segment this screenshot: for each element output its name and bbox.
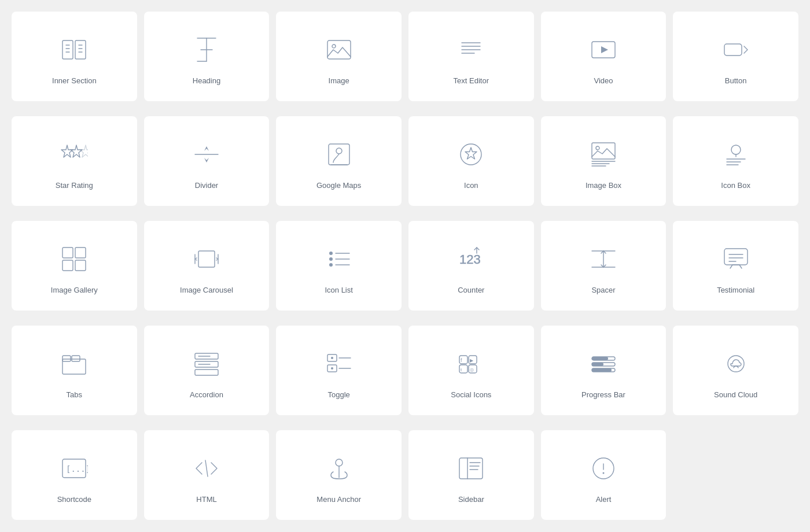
row-divider: [12, 213, 798, 214]
widget-card-icon-box[interactable]: Icon Box: [673, 116, 798, 206]
svg-marker-24: [80, 145, 88, 157]
widget-card-inner-section[interactable]: Inner Section: [12, 12, 137, 101]
svg-text:123: 123: [459, 252, 481, 267]
svg-line-96: [205, 460, 208, 476]
widget-label-star-rating: Star Rating: [56, 181, 93, 190]
widget-card-progress-bar[interactable]: Progress Bar: [541, 326, 667, 415]
testimonial-icon: [719, 242, 753, 276]
widget-card-star-rating[interactable]: Star Rating: [12, 116, 137, 206]
widget-card-alert[interactable]: Alert: [541, 430, 667, 520]
widget-card-heading[interactable]: Heading: [144, 12, 270, 101]
widget-label-icon: Icon: [464, 181, 478, 190]
svg-point-77: [331, 357, 333, 359]
icon-box-icon: [719, 137, 753, 172]
svg-text:◎: ◎: [470, 367, 474, 372]
menu-anchor-icon: [322, 451, 356, 486]
image-gallery-icon: [57, 242, 91, 276]
widget-label-image-box: Image Box: [586, 181, 621, 190]
widget-card-tabs[interactable]: Tabs: [12, 326, 137, 415]
counter-icon: 123: [454, 242, 488, 276]
svg-text:▶: ▶: [470, 358, 474, 363]
widget-label-social-icons: Social Icons: [451, 390, 491, 399]
widget-label-spacer: Spacer: [591, 286, 615, 294]
widget-label-image-gallery: Image Gallery: [51, 286, 98, 294]
svg-point-93: [728, 356, 744, 372]
sidebar-icon: [454, 451, 488, 486]
svg-text:[...]: [...]: [66, 464, 88, 474]
widget-grid: Inner SectionHeadingImageText EditorVide…: [12, 12, 798, 520]
widget-label-text-editor: Text Editor: [454, 76, 489, 85]
svg-point-78: [331, 367, 333, 370]
tabs-icon: [57, 346, 91, 381]
image-icon: [322, 32, 356, 67]
svg-point-50: [329, 252, 333, 255]
widget-card-shortcode[interactable]: [...]Shortcode: [12, 430, 137, 520]
widget-label-google-maps: Google Maps: [316, 181, 361, 190]
widget-card-sound-cloud[interactable]: Sound Cloud: [673, 326, 798, 415]
widget-card-spacer[interactable]: Spacer: [541, 221, 667, 311]
icon-icon: [454, 137, 488, 172]
widget-label-divider: Divider: [195, 181, 218, 190]
widget-card-sidebar[interactable]: Sidebar: [408, 430, 534, 520]
widget-card-button[interactable]: Button: [673, 12, 798, 101]
svg-point-97: [336, 459, 343, 466]
svg-rect-45: [62, 260, 73, 271]
widget-label-video: Video: [594, 76, 613, 85]
shortcode-icon: [...]: [57, 451, 91, 486]
widget-label-inner-section: Inner Section: [52, 76, 97, 85]
svg-marker-23: [71, 145, 82, 157]
row-divider: [12, 317, 798, 319]
svg-marker-20: [601, 46, 608, 53]
heading-icon: [189, 32, 224, 67]
widget-label-toggle: Toggle: [328, 390, 350, 399]
widget-card-image-carousel[interactable]: Image Carousel: [144, 221, 270, 311]
widget-card-video[interactable]: Video: [541, 12, 667, 101]
widget-card-google-maps[interactable]: Google Maps: [276, 116, 402, 206]
widget-card-icon[interactable]: Icon: [408, 116, 534, 206]
svg-rect-33: [592, 143, 615, 159]
widget-label-accordion: Accordion: [190, 390, 223, 399]
svg-marker-32: [465, 147, 477, 159]
svg-text:t: t: [461, 367, 462, 372]
svg-rect-46: [75, 260, 86, 271]
widget-label-icon-box: Icon Box: [721, 181, 750, 190]
svg-rect-21: [724, 44, 742, 56]
inner-section-icon: [57, 32, 91, 67]
html-icon: [189, 451, 224, 486]
svg-point-29: [336, 148, 342, 154]
widget-label-image-carousel: Image Carousel: [180, 286, 233, 294]
widget-label-heading: Heading: [193, 76, 220, 85]
svg-rect-61: [724, 249, 748, 265]
widget-card-text-editor[interactable]: Text Editor: [408, 12, 534, 101]
widget-card-image[interactable]: Image: [276, 12, 402, 101]
svg-marker-22: [61, 145, 73, 157]
widget-card-menu-anchor[interactable]: Menu Anchor: [276, 430, 402, 520]
widget-card-divider[interactable]: Divider: [144, 116, 270, 206]
svg-rect-44: [75, 247, 86, 258]
widget-card-testimonial[interactable]: Testimonial: [673, 221, 798, 311]
svg-point-38: [731, 145, 741, 154]
widget-card-html[interactable]: HTML: [144, 430, 270, 520]
sound-cloud-icon: [719, 346, 753, 381]
svg-rect-12: [327, 40, 351, 59]
svg-rect-47: [198, 251, 215, 267]
widget-card-image-box[interactable]: Image Box: [541, 116, 667, 206]
widget-label-progress-bar: Progress Bar: [581, 390, 625, 399]
svg-point-52: [329, 257, 333, 261]
widget-card-counter[interactable]: 123Counter: [408, 221, 534, 311]
svg-text:f: f: [461, 357, 462, 363]
svg-point-34: [596, 146, 599, 150]
svg-rect-88: [592, 357, 608, 360]
svg-rect-66: [62, 356, 71, 361]
svg-rect-67: [72, 356, 80, 361]
widget-card-social-icons[interactable]: f▶t◎Social Icons: [408, 326, 534, 415]
widget-card-toggle[interactable]: Toggle: [276, 326, 402, 415]
widget-label-html: HTML: [196, 495, 216, 504]
svg-rect-99: [459, 458, 483, 479]
svg-point-13: [332, 45, 336, 48]
social-icons-icon: f▶t◎: [454, 346, 488, 381]
widget-card-image-gallery[interactable]: Image Gallery: [12, 221, 137, 311]
widget-card-accordion[interactable]: Accordion: [144, 326, 270, 415]
widget-card-icon-list[interactable]: Icon List: [276, 221, 402, 311]
widget-label-sidebar: Sidebar: [458, 495, 484, 504]
